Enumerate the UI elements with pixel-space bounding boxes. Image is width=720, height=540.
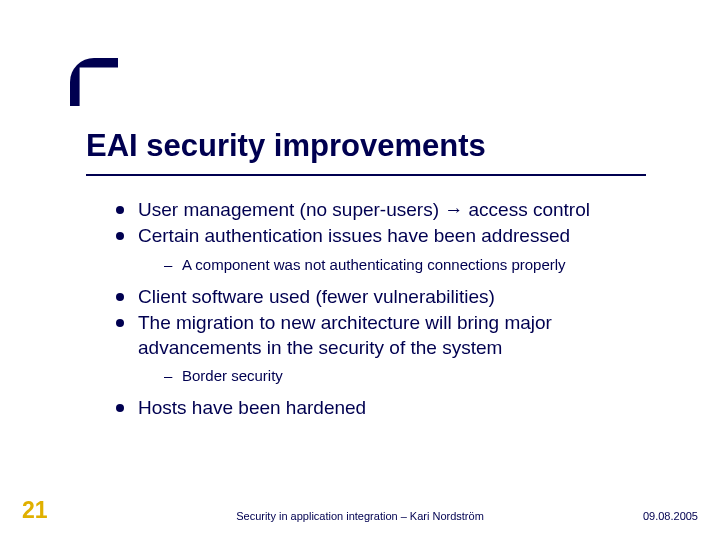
list-item-text: User management (no super-users) → acces… — [138, 199, 590, 220]
slide: EAI security improvements User managemen… — [0, 0, 720, 540]
list-item: Certain authentication issues have been … — [116, 224, 680, 275]
corner-decoration — [70, 58, 118, 106]
sub-list-item-text: A component was not authenticating conne… — [182, 256, 566, 273]
title-underline — [86, 174, 646, 176]
sub-list-item: A component was not authenticating conne… — [164, 255, 680, 275]
list-item: Hosts have been hardened — [116, 396, 680, 420]
footer-center: Security in application integration – Ka… — [0, 510, 720, 522]
list-item-text: The migration to new architecture will b… — [138, 312, 552, 357]
content-area: User management (no super-users) → acces… — [116, 198, 680, 422]
title-block: EAI security improvements — [86, 128, 680, 176]
bullet-list: User management (no super-users) → acces… — [116, 198, 680, 420]
slide-title: EAI security improvements — [86, 128, 680, 174]
sub-bullet-list: A component was not authenticating conne… — [138, 255, 680, 275]
list-item: Client software used (fewer vulnerabilit… — [116, 285, 680, 309]
list-item: User management (no super-users) → acces… — [116, 198, 680, 222]
sub-bullet-list: Border security — [138, 366, 680, 386]
sub-list-item: Border security — [164, 366, 680, 386]
list-item-text: Client software used (fewer vulnerabilit… — [138, 286, 495, 307]
sub-list-item-text: Border security — [182, 367, 283, 384]
list-item-text: Hosts have been hardened — [138, 397, 366, 418]
list-item-text: Certain authentication issues have been … — [138, 225, 570, 246]
footer-date: 09.08.2005 — [643, 510, 698, 522]
list-item: The migration to new architecture will b… — [116, 311, 680, 386]
